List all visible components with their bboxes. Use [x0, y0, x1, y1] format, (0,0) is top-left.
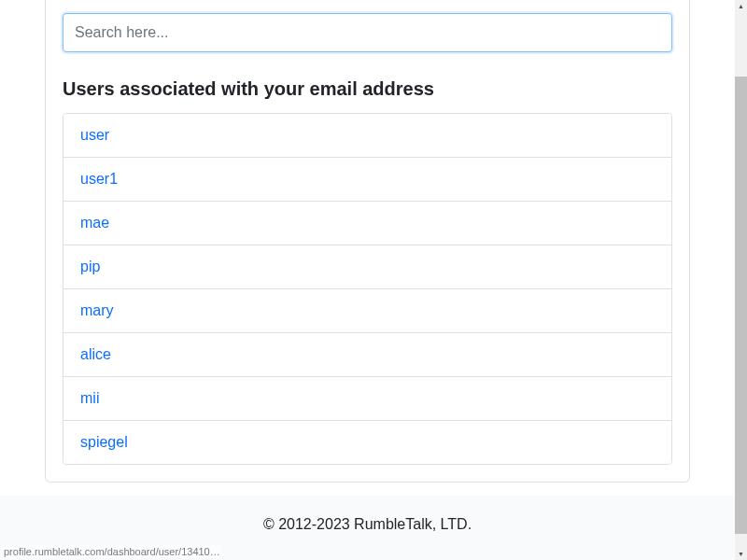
user-link[interactable]: mae	[80, 215, 109, 231]
list-item: spiegel	[63, 421, 671, 464]
user-list: user user1 mae pip mary alice mii spiege…	[63, 113, 672, 465]
users-card: Users associated with your email address…	[45, 0, 690, 483]
scroll-up-arrow-icon[interactable]: ▲	[735, 0, 747, 12]
section-title: Users associated with your email address	[63, 78, 672, 100]
user-link[interactable]: mii	[80, 390, 99, 406]
user-link[interactable]: mary	[80, 302, 114, 318]
user-link[interactable]: user	[80, 127, 109, 143]
list-item: mii	[63, 377, 671, 421]
list-item: user1	[63, 158, 671, 202]
user-link[interactable]: pip	[80, 259, 100, 274]
page-footer: © 2012-2023 RumbleTalk, LTD.	[0, 496, 735, 560]
list-item: mae	[63, 202, 671, 245]
list-item: mary	[63, 289, 671, 333]
vertical-scrollbar[interactable]: ▲ ▼	[735, 0, 747, 560]
list-item: pip	[63, 245, 671, 289]
user-link[interactable]: spiegel	[80, 434, 128, 450]
search-input[interactable]	[63, 13, 672, 52]
page-viewport: Users associated with your email address…	[0, 0, 735, 560]
scrollbar-thumb[interactable]	[735, 77, 747, 534]
copyright-text: © 2012-2023 RumbleTalk, LTD.	[263, 516, 472, 532]
user-link[interactable]: alice	[80, 346, 111, 362]
user-link[interactable]: user1	[80, 171, 118, 187]
list-item: alice	[63, 333, 671, 377]
list-item: user	[63, 114, 671, 158]
scroll-down-arrow-icon[interactable]: ▼	[735, 548, 747, 560]
